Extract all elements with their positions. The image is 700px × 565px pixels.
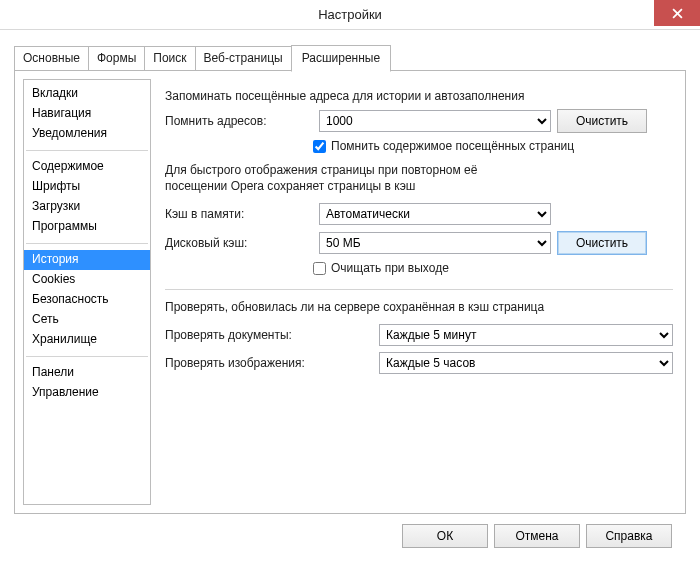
disk-cache-select[interactable]: 50 МБ xyxy=(319,232,551,254)
sidebar-item-history[interactable]: История xyxy=(24,250,150,270)
ok-button[interactable]: ОК xyxy=(402,524,488,548)
close-button[interactable] xyxy=(654,0,700,26)
main-area: Запоминать посещённые адреса для истории… xyxy=(151,79,677,505)
sidebar-item-security[interactable]: Безопасность xyxy=(24,290,150,310)
cancel-button[interactable]: Отмена xyxy=(494,524,580,548)
sidebar-item-content[interactable]: Содержимое xyxy=(24,157,150,177)
remember-intro: Запоминать посещённые адреса для истории… xyxy=(165,89,673,103)
check-images-label: Проверять изображения: xyxy=(165,356,373,370)
clear-on-exit-checkbox[interactable]: Очищать при выходе xyxy=(313,261,449,275)
remember-content-check[interactable] xyxy=(313,140,326,153)
sidebar-item-programs[interactable]: Программы xyxy=(24,217,150,237)
remember-addresses-label: Помнить адресов: xyxy=(165,114,313,128)
sidebar-item-navigation[interactable]: Навигация xyxy=(24,104,150,124)
cache-intro-1: Для быстрого отображения страницы при по… xyxy=(165,163,673,177)
horizontal-divider xyxy=(165,289,673,290)
sidebar-item-cookies[interactable]: Cookies xyxy=(24,270,150,290)
help-button[interactable]: Справка xyxy=(586,524,672,548)
tab-search[interactable]: Поиск xyxy=(144,46,195,71)
sidebar-item-management[interactable]: Управление xyxy=(24,383,150,403)
remember-content-label: Помнить содержимое посещённых страниц xyxy=(331,139,574,153)
clear-on-exit-check[interactable] xyxy=(313,262,326,275)
tab-strip: Основные Формы Поиск Веб-страницы Расшир… xyxy=(14,44,686,71)
sidebar-item-panels[interactable]: Панели xyxy=(24,363,150,383)
sidebar-item-fonts[interactable]: Шрифты xyxy=(24,177,150,197)
check-documents-label: Проверять документы: xyxy=(165,328,373,342)
sidebar-divider xyxy=(26,150,148,151)
tab-webpages[interactable]: Веб-страницы xyxy=(195,46,292,71)
close-icon xyxy=(672,8,683,19)
sidebar-item-downloads[interactable]: Загрузки xyxy=(24,197,150,217)
sidebar-item-storage[interactable]: Хранилище xyxy=(24,330,150,350)
check-intro: Проверять, обновилась ли на сервере сохр… xyxy=(165,300,673,314)
window-title: Настройки xyxy=(318,7,382,22)
sidebar-item-tabs[interactable]: Вкладки xyxy=(24,84,150,104)
remember-content-checkbox[interactable]: Помнить содержимое посещённых страниц xyxy=(313,139,574,153)
check-images-select[interactable]: Каждые 5 часов xyxy=(379,352,673,374)
disk-cache-label: Дисковый кэш: xyxy=(165,236,313,250)
sidebar-divider xyxy=(26,243,148,244)
check-documents-select[interactable]: Каждые 5 минут xyxy=(379,324,673,346)
clear-disk-cache-button[interactable]: Очистить xyxy=(557,231,647,255)
sidebar-item-network[interactable]: Сеть xyxy=(24,310,150,330)
sidebar-divider xyxy=(26,356,148,357)
tab-advanced[interactable]: Расширенные xyxy=(291,45,392,72)
dialog-footer: ОК Отмена Справка xyxy=(14,514,686,548)
tab-forms[interactable]: Формы xyxy=(88,46,145,71)
clear-history-button[interactable]: Очистить xyxy=(557,109,647,133)
memory-cache-label: Кэш в памяти: xyxy=(165,207,313,221)
cache-intro-2: посещении Opera сохраняет страницы в кэш xyxy=(165,179,673,193)
advanced-panel: Вкладки Навигация Уведомления Содержимое… xyxy=(14,70,686,514)
title-bar: Настройки xyxy=(0,0,700,30)
tab-general[interactable]: Основные xyxy=(14,46,89,71)
remember-addresses-select[interactable]: 1000 xyxy=(319,110,551,132)
advanced-sidebar: Вкладки Навигация Уведомления Содержимое… xyxy=(23,79,151,505)
clear-on-exit-label: Очищать при выходе xyxy=(331,261,449,275)
sidebar-item-notifications[interactable]: Уведомления xyxy=(24,124,150,144)
memory-cache-select[interactable]: Автоматически xyxy=(319,203,551,225)
